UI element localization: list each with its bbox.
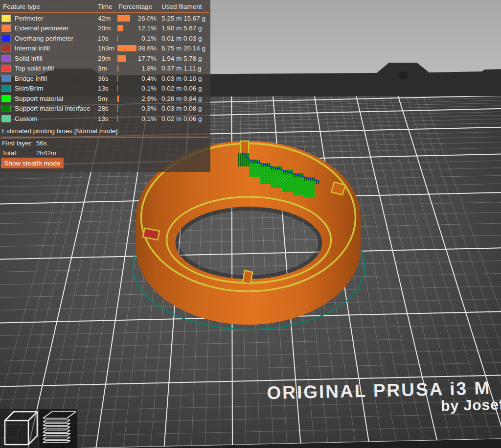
estimated-times-title: Estimated printing times [Normal mode]:	[2, 128, 119, 135]
feature-percentage: 0.4%	[123, 75, 157, 82]
feature-label: Support material	[15, 95, 63, 102]
feature-filament: 0.03 m 0.08 g	[161, 105, 202, 112]
legend-row: Perimeter42m26.0%5.25 m 15.67 g	[0, 14, 210, 24]
legend-row: Top solid infill3m1.8%0.37 m 1.11 g	[0, 64, 210, 73]
legend-row: Bridge infill36s0.4%0.03 m 0.10 g	[0, 74, 210, 84]
feature-time: 20m	[98, 25, 111, 32]
feature-label: Overhang perimeter	[15, 35, 73, 42]
feature-time: 1h3m	[98, 45, 114, 52]
total-time-label: Total:	[2, 150, 18, 157]
feature-label: Top solid infill	[15, 65, 54, 72]
legend-row: Custom13s0.1%0.02 m 0.06 g	[0, 114, 210, 124]
feature-percentage: 0.1%	[123, 116, 157, 122]
feature-percentage: 26.0%	[123, 15, 157, 22]
feature-label: Internal infill	[15, 45, 50, 52]
print-legend-panel: Feature type Time Percentage Used filame…	[0, 0, 210, 172]
feature-filament: 0.01 m 0.03 g	[161, 35, 202, 42]
percentage-bar	[117, 95, 119, 102]
feature-time: 28s	[98, 105, 109, 112]
cube-icon	[0, 409, 38, 448]
feature-percentage: 38.6%	[123, 45, 157, 52]
bed-knob	[399, 71, 408, 79]
feature-label: Solid infill	[15, 55, 43, 62]
feature-percentage: 0.3%	[123, 105, 157, 112]
percentage-bar	[117, 105, 118, 112]
feature-filament: 1.90 m 5.67 g	[161, 25, 202, 32]
divider	[1, 137, 209, 138]
feature-filament: 1.94 m 5.78 g	[161, 55, 202, 62]
feature-filament: 6.75 m 20.14 g	[161, 45, 205, 52]
feature-color-swatch	[1, 15, 11, 22]
percentage-bar	[117, 35, 118, 42]
show-stealth-mode-button[interactable]: Show stealth mode	[1, 158, 64, 168]
first-layer-label: First layer:	[2, 140, 33, 147]
feature-label: Perimeter	[15, 15, 44, 22]
feature-filament: 0.02 m 0.06 g	[161, 116, 202, 122]
col-header-time: Time	[98, 3, 113, 10]
feature-time: 13s	[98, 85, 109, 92]
feature-time: 36s	[98, 75, 109, 82]
percentage-bar	[117, 65, 118, 71]
feature-label: External perimeter	[15, 25, 68, 32]
percentage-bar	[117, 85, 118, 92]
bed-byline-text: by Josef	[441, 396, 501, 414]
slicer-preview-window: ORIGINAL PRUSA i3 M by Josef	[0, 0, 501, 448]
feature-color-swatch	[1, 24, 11, 32]
feature-percentage: 0.1%	[123, 35, 157, 42]
feature-color-swatch	[1, 95, 11, 102]
feature-color-swatch	[1, 105, 11, 112]
col-header-percentage: Percentage	[118, 3, 152, 10]
legend-row: Internal infill1h3m38.6%6.75 m 20.14 g	[0, 44, 210, 53]
feature-color-swatch	[1, 35, 11, 42]
feature-time: 3m	[98, 65, 107, 72]
divider	[1, 12, 209, 13]
legend-row: Support material5m2.9%0.28 m 0.84 g	[0, 94, 210, 104]
feature-label: Bridge infill	[15, 75, 47, 82]
legend-row: Skirt/Brim13s0.1%0.02 m 0.06 g	[0, 84, 210, 94]
feature-color-swatch	[1, 65, 11, 72]
feature-filament: 5.25 m 15.67 g	[161, 15, 205, 22]
legend-row: Solid infill29m17.7%1.94 m 5.78 g	[0, 54, 210, 64]
feature-filament: 0.02 m 0.06 g	[161, 85, 202, 92]
feature-percentage: 17.7%	[123, 55, 157, 62]
feature-time: 29m	[98, 55, 111, 62]
legend-row: External perimeter20m12.1%1.90 m 5.67 g	[0, 24, 210, 33]
feature-color-swatch	[1, 45, 11, 52]
feature-filament: 0.28 m 0.84 g	[161, 95, 202, 102]
feature-time: 42m	[98, 15, 111, 22]
percentage-bar	[117, 116, 118, 122]
percentage-bar	[117, 75, 118, 82]
layers-icon	[39, 409, 77, 448]
legend-row: Support material interface28s0.3%0.03 m …	[0, 104, 210, 114]
feature-percentage: 1.8%	[123, 65, 157, 72]
feature-time: 10s	[98, 35, 109, 42]
col-header-filament: Used filament	[161, 3, 202, 10]
feature-color-swatch	[1, 75, 11, 82]
3d-editor-view-button[interactable]	[0, 409, 38, 448]
feature-filament: 0.37 m 1.11 g	[161, 65, 202, 72]
feature-color-swatch	[1, 85, 11, 92]
feature-time: 13s	[98, 116, 109, 122]
feature-percentage: 2.9%	[123, 95, 157, 102]
total-time-value: 2h42m	[36, 150, 56, 157]
feature-label: Skirt/Brim	[15, 85, 44, 92]
feature-percentage: 0.1%	[123, 85, 157, 92]
layers-preview-view-button[interactable]	[39, 409, 77, 448]
feature-percentage: 12.1%	[123, 25, 157, 32]
feature-filament: 0.03 m 0.10 g	[161, 75, 202, 82]
feature-color-swatch	[1, 55, 11, 62]
col-header-feature: Feature type	[3, 3, 40, 10]
legend-row: Overhang perimeter10s0.1%0.01 m 0.03 g	[0, 34, 210, 44]
feature-label: Support material interface	[15, 105, 91, 112]
feature-color-swatch	[1, 115, 11, 122]
feature-label: Custom	[15, 116, 38, 122]
first-layer-value: 56s	[36, 140, 47, 147]
percentage-bar	[117, 25, 123, 31]
feature-time: 5m	[98, 95, 107, 102]
